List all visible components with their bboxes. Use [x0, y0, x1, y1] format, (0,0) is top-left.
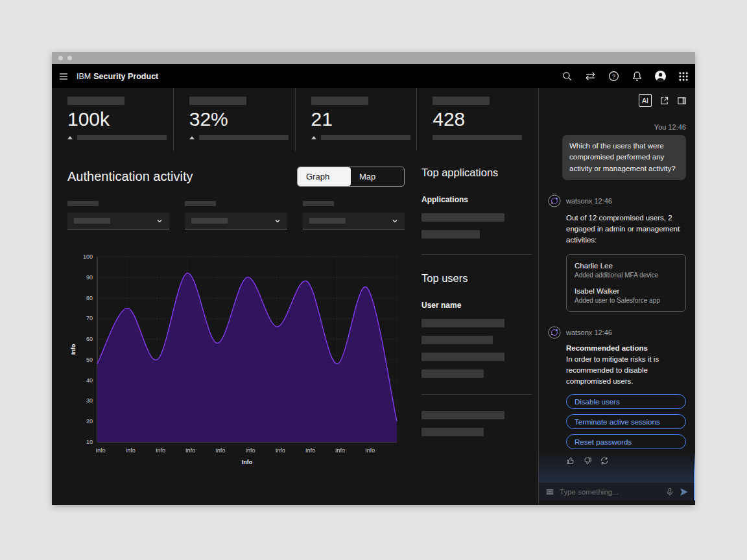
main-content: 100k 32% 21 428: [52, 88, 538, 505]
graph-map-switcher: Graph Map: [297, 167, 405, 187]
skeleton-bar: [191, 218, 228, 224]
ai-label-badge[interactable]: AI: [639, 94, 652, 107]
notifications-button[interactable]: [625, 64, 648, 88]
svg-text:Info: Info: [242, 459, 253, 465]
top-lists-column: Top applications Applications Top users …: [421, 151, 538, 505]
metric-card: 100k: [52, 88, 173, 151]
skeleton-bar: [189, 97, 246, 105]
trend-up-icon: [311, 136, 316, 139]
bot-message-meta: watsonx 12:46: [566, 329, 612, 336]
authentication-section: Authentication activity Graph Map: [52, 151, 421, 505]
bot-message-text: Out of 12 compromised users, 2 engaged i…: [566, 213, 686, 246]
switcher-option-map[interactable]: Map: [351, 167, 404, 186]
user-avatar-icon: [655, 71, 666, 82]
help-icon: ?: [608, 71, 619, 82]
app-window: IBMSecurity Product ?: [52, 52, 695, 505]
arrows-horizontal-button[interactable]: [578, 64, 602, 88]
watsonx-avatar-icon: [548, 194, 561, 207]
metrics-row: 100k 32% 21 428: [52, 88, 538, 151]
svg-text:Info: Info: [70, 344, 77, 355]
pop-out-icon: [659, 96, 669, 106]
skeleton-bar: [421, 411, 504, 419]
app-switcher-button[interactable]: [672, 64, 695, 88]
recommended-actions: Disable users Terminate active sessions …: [566, 394, 686, 449]
chevron-down-icon: [392, 218, 398, 224]
menu-icon: [545, 487, 554, 496]
filter-dropdown[interactable]: [185, 213, 287, 229]
chat-input[interactable]: [560, 488, 660, 496]
hamburger-icon: [58, 71, 69, 82]
list-item: Charlie Lee Added additional MFA device: [575, 262, 678, 279]
metric-value: 21: [311, 110, 417, 129]
compromised-users-card: Charlie Lee Added additional MFA device …: [566, 254, 686, 312]
user-message-bubble: Which of the users that were compromised…: [562, 135, 686, 180]
svg-text:Info: Info: [215, 447, 225, 454]
side-panel-icon: [677, 96, 687, 106]
area-chart-svg: 100908070605040302010InfoInfoInfoInfoInf…: [67, 249, 405, 466]
user-detail: Added user to Salesforce app: [575, 297, 678, 304]
skeleton-bar: [74, 218, 110, 224]
bot-message-meta: watsonx 12:46: [566, 197, 612, 205]
skeleton-bar: [67, 201, 99, 206]
svg-text:10: 10: [86, 439, 93, 445]
help-button[interactable]: ?: [602, 64, 625, 88]
username-column-label: User name: [421, 301, 532, 310]
user-name: Charlie Lee: [575, 262, 678, 270]
message-feedback-row: [566, 456, 686, 465]
bell-icon: [632, 71, 643, 82]
metric-value: 428: [433, 110, 538, 129]
skeleton-bar: [303, 201, 334, 206]
prompt-menu-button[interactable]: [545, 487, 554, 496]
applications-column-label: Applications: [421, 195, 532, 204]
window-titlebar: [52, 52, 695, 64]
watsonx-avatar-icon: [548, 326, 561, 339]
svg-text:50: 50: [86, 356, 93, 363]
app-header: IBMSecurity Product ?: [52, 64, 695, 88]
skeleton-bar: [321, 135, 410, 140]
filter-dropdown[interactable]: [303, 213, 405, 229]
bot-message-text: In order to mitigate risks it is recomme…: [566, 354, 686, 388]
disable-users-button[interactable]: Disable users: [566, 394, 686, 409]
thumbs-down-button[interactable]: [583, 456, 592, 465]
window-control-dot[interactable]: [58, 56, 63, 60]
svg-text:40: 40: [86, 377, 93, 384]
search-button[interactable]: [555, 64, 578, 88]
filter-dropdown[interactable]: [67, 213, 169, 229]
app-title: IBMSecurity Product: [77, 72, 158, 81]
user-profile-button[interactable]: [648, 64, 672, 88]
thumbs-up-button[interactable]: [566, 456, 575, 465]
skeleton-bar: [433, 135, 522, 140]
svg-text:Info: Info: [245, 447, 255, 454]
reset-passwords-button[interactable]: Reset passwords: [566, 434, 686, 449]
microphone-icon: [665, 487, 674, 496]
send-button[interactable]: [680, 487, 689, 496]
trend-up-icon: [67, 136, 73, 139]
user-name: Isabel Walker: [575, 287, 678, 295]
skeleton-bar: [311, 97, 368, 105]
skeleton-bar: [309, 218, 346, 224]
pop-out-button[interactable]: [659, 96, 669, 106]
side-panel-button[interactable]: [677, 96, 687, 106]
skeleton-bar: [199, 135, 289, 140]
window-control-dot[interactable]: [67, 56, 72, 60]
metric-value: 32%: [189, 110, 295, 129]
terminate-sessions-button[interactable]: Terminate active sessions: [566, 414, 686, 429]
skeleton-bar: [185, 201, 216, 206]
regenerate-button[interactable]: [600, 456, 609, 465]
hamburger-menu-button[interactable]: [52, 64, 75, 88]
svg-text:90: 90: [86, 274, 93, 281]
user-detail: Added additional MFA device: [575, 272, 678, 279]
metric-value: 100k: [67, 110, 173, 129]
auth-activity-chart: 100908070605040302010InfoInfoInfoInfoInf…: [67, 249, 405, 469]
skeleton-bar: [421, 369, 484, 378]
skeleton-bar: [433, 97, 490, 105]
svg-text:Info: Info: [185, 447, 195, 454]
switcher-option-graph[interactable]: Graph: [298, 167, 351, 186]
top-users-title: Top users: [421, 272, 532, 285]
skeleton-bar: [421, 336, 493, 344]
chat-message-list[interactable]: You 12:46 Which of the users that were c…: [539, 113, 695, 482]
svg-text:20: 20: [86, 418, 93, 425]
skeleton-bar: [421, 428, 484, 436]
divider: [421, 394, 532, 395]
microphone-button[interactable]: [665, 487, 674, 496]
